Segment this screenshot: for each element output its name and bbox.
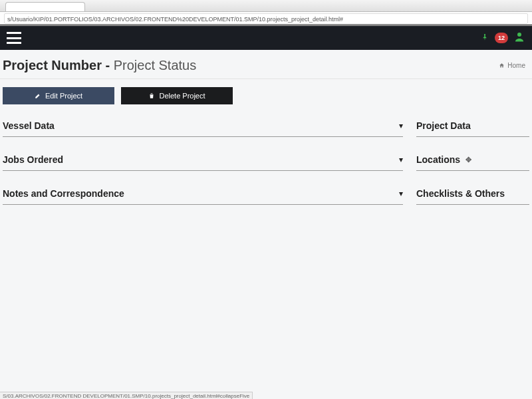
- topbar: 12: [0, 26, 532, 50]
- panel-title: Vessel Data: [3, 120, 55, 131]
- page-header: Project Number - Project Status Home: [0, 50, 532, 79]
- right-column: Project Data Locations ✥ Checklists & Ot…: [416, 114, 529, 215]
- left-column: Vessel Data ▾ Jobs Ordered ▾ Notes and C…: [3, 114, 403, 215]
- page-title: Project Number - Project Status: [3, 58, 196, 73]
- browser-address-bar[interactable]: s/Usuario/KIP/01.PORTFOLIOS/03.ARCHIVOS/…: [4, 13, 528, 24]
- chevron-down-icon: ▾: [399, 121, 403, 130]
- home-icon: [499, 63, 505, 68]
- edit-project-label: Edit Project: [45, 92, 82, 100]
- delete-project-button[interactable]: Delete Project: [121, 87, 233, 104]
- panel-title: Project Data: [416, 120, 471, 131]
- page-title-sep: -: [102, 58, 114, 72]
- topbar-right: 12: [480, 31, 525, 46]
- browser-address-row: s/Usuario/KIP/01.PORTFOLIOS/03.ARCHIVOS/…: [0, 12, 532, 25]
- panel-title: Notes and Correspondence: [3, 188, 124, 199]
- browser-chrome: s/Usuario/KIP/01.PORTFOLIOS/03.ARCHIVOS/…: [0, 0, 532, 26]
- trash-icon: [148, 92, 155, 99]
- notification-badge[interactable]: 12: [495, 33, 508, 43]
- browser-tab-row: [0, 0, 532, 12]
- page-title-number: Project Number: [3, 58, 102, 72]
- content-columns: Vessel Data ▾ Jobs Ordered ▾ Notes and C…: [0, 114, 532, 215]
- panel-checklists-others[interactable]: Checklists & Others: [416, 182, 529, 205]
- panel-project-data[interactable]: Project Data: [416, 114, 529, 137]
- breadcrumb[interactable]: Home: [499, 62, 525, 69]
- browser-status-bar: S/03.ARCHIVOS/02.FRONTEND DEVELOPMENT/01…: [0, 392, 253, 399]
- user-icon[interactable]: [513, 31, 525, 46]
- app-viewport: 12 Project Number - Project Status Home …: [0, 26, 532, 399]
- panel-jobs-ordered[interactable]: Jobs Ordered ▾: [3, 148, 403, 171]
- panel-notes-correspondence[interactable]: Notes and Correspondence ▾: [3, 182, 403, 205]
- chevron-down-icon: ▾: [399, 155, 403, 164]
- pin-icon[interactable]: [480, 33, 489, 44]
- delete-project-label: Delete Project: [159, 92, 205, 100]
- pencil-icon: [35, 92, 41, 99]
- panel-title: Checklists & Others: [416, 188, 505, 199]
- action-row: Edit Project Delete Project: [0, 79, 532, 114]
- panel-locations[interactable]: Locations ✥: [416, 148, 529, 171]
- cursor-icon: ✥: [466, 156, 471, 164]
- panel-title: Locations: [416, 154, 460, 165]
- page-title-status: Project Status: [114, 58, 197, 72]
- chevron-down-icon: ▾: [399, 189, 403, 198]
- hamburger-menu-icon[interactable]: [7, 32, 21, 44]
- breadcrumb-home: Home: [507, 62, 525, 69]
- panel-title: Jobs Ordered: [3, 154, 63, 165]
- svg-point-0: [517, 33, 521, 37]
- browser-tab[interactable]: [5, 2, 85, 11]
- edit-project-button[interactable]: Edit Project: [3, 87, 114, 104]
- panel-vessel-data[interactable]: Vessel Data ▾: [3, 114, 403, 137]
